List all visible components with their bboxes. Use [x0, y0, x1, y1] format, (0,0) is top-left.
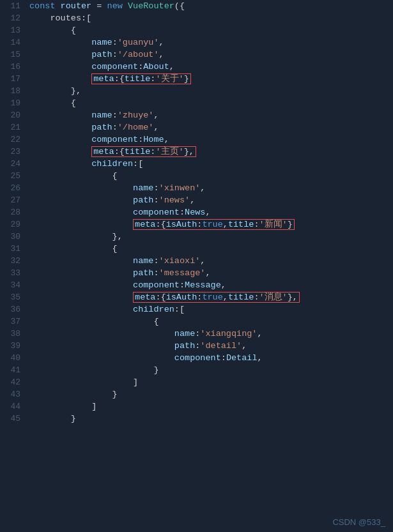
line-number: 21	[0, 121, 20, 133]
line-number: 11	[0, 0, 20, 12]
line-number: 38	[0, 328, 20, 340]
line-number: 35	[0, 291, 20, 303]
code-line: component:News,	[29, 206, 393, 218]
code-line: path:'detail',	[29, 340, 393, 352]
line-number: 25	[0, 170, 20, 182]
line-number: 20	[0, 109, 20, 121]
code-line: name:'zhuye',	[29, 109, 393, 121]
code-line: path:'message',	[29, 267, 393, 279]
line-number: 23	[0, 146, 20, 158]
line-number: 18	[0, 85, 20, 97]
code-line: routes:[	[29, 12, 393, 24]
line-number: 39	[0, 340, 20, 352]
code-line: ]	[29, 400, 393, 413]
code-line: }	[29, 388, 393, 400]
code-line: },	[29, 231, 393, 243]
line-numbers: 1112131415161718192021222324252627282930…	[0, 0, 27, 532]
line-number: 16	[0, 61, 20, 73]
line-number: 13	[0, 24, 20, 36]
code-editor: 1112131415161718192021222324252627282930…	[0, 0, 393, 532]
code-line: meta:{title:'关于'}	[29, 73, 393, 85]
code-line: {	[29, 315, 393, 328]
line-number: 44	[0, 400, 20, 413]
code-line: children:[	[29, 158, 393, 170]
line-number: 43	[0, 388, 20, 400]
code-line: component:Message,	[29, 279, 393, 291]
code-content: const router = new VueRouter({ routes:[ …	[27, 0, 393, 532]
line-number: 15	[0, 49, 20, 61]
line-number: 31	[0, 243, 20, 255]
line-number: 29	[0, 218, 20, 231]
line-number: 33	[0, 267, 20, 279]
line-number: 36	[0, 303, 20, 315]
code-line: name:'guanyu',	[29, 36, 393, 49]
line-number: 28	[0, 206, 20, 218]
code-line: component:About,	[29, 61, 393, 73]
code-line: path:'/about',	[29, 49, 393, 61]
line-number: 17	[0, 73, 20, 85]
code-line: }	[29, 413, 393, 425]
code-line: meta:{isAuth:true,title:'消息'},	[29, 291, 393, 303]
code-line: name:'xiangqing',	[29, 328, 393, 340]
line-number: 41	[0, 364, 20, 376]
code-line: }	[29, 364, 393, 376]
code-line: {	[29, 24, 393, 36]
line-number: 24	[0, 158, 20, 170]
code-line: meta:{isAuth:true,title:'新闻'}	[29, 218, 393, 231]
line-number: 14	[0, 36, 20, 49]
line-number: 32	[0, 255, 20, 267]
code-line: meta:{title:'主页'},	[29, 146, 393, 158]
line-number: 27	[0, 194, 20, 206]
line-number: 40	[0, 352, 20, 364]
code-line: {	[29, 97, 393, 109]
line-number: 30	[0, 231, 20, 243]
code-line: {	[29, 170, 393, 182]
line-number: 26	[0, 182, 20, 194]
line-number: 34	[0, 279, 20, 291]
code-line: {	[29, 243, 393, 255]
code-line: ]	[29, 376, 393, 388]
line-number: 19	[0, 97, 20, 109]
code-line: const router = new VueRouter({	[29, 0, 393, 12]
line-number: 45	[0, 413, 20, 425]
code-line: path:'/home',	[29, 121, 393, 133]
code-line: children:[	[29, 303, 393, 315]
code-line: name:'xiaoxi',	[29, 255, 393, 267]
code-line: path:'news',	[29, 194, 393, 206]
code-line: component:Home,	[29, 133, 393, 146]
code-line: },	[29, 85, 393, 97]
line-number: 37	[0, 315, 20, 328]
code-line: name:'xinwen',	[29, 182, 393, 194]
code-line: component:Detail,	[29, 352, 393, 364]
watermark: CSDN @533_	[332, 517, 385, 527]
line-number: 22	[0, 133, 20, 146]
line-number: 42	[0, 376, 20, 388]
line-number: 12	[0, 12, 20, 24]
